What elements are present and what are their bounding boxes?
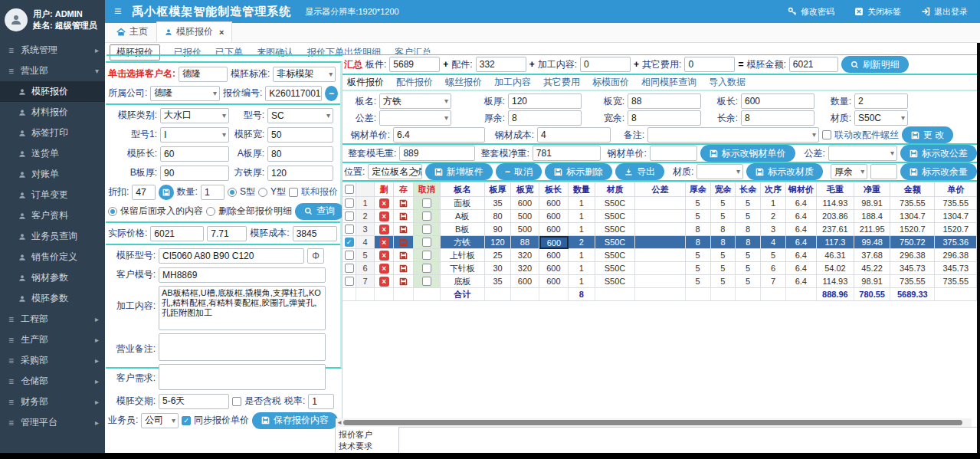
salesman-select[interactable]: 公司▾ — [141, 413, 179, 428]
page-tab-模胚报价[interactable]: 模胚报价 — [110, 44, 160, 61]
save-quote-button[interactable]: 保存报价内容 — [252, 412, 338, 429]
cell-t[interactable]: 5 — [686, 210, 711, 223]
cell-w[interactable]: 8 — [711, 236, 736, 249]
sidebar-item-管理平台[interactable]: ≡管理平台▸ — [0, 412, 105, 433]
sidebar-item-营业部[interactable]: ≡营业部▾ — [0, 61, 105, 81]
cell-thick[interactable]: 80 — [485, 210, 512, 223]
cell-w[interactable]: 5 — [711, 275, 736, 288]
detail-tab-加工内容[interactable]: 加工内容 — [494, 76, 531, 89]
cell-amount[interactable]: 1304.7 — [890, 210, 935, 223]
cell-seq[interactable]: 1 — [761, 197, 786, 210]
cell-seq[interactable]: 2 — [761, 210, 786, 223]
cell-gross[interactable]: 237.61 — [817, 223, 854, 236]
hamburger-icon[interactable]: ≡ — [114, 5, 121, 18]
delete-cell[interactable]: × — [375, 210, 395, 223]
allow-value-input[interactable] — [870, 164, 897, 179]
cell-t[interactable]: 8 — [686, 236, 711, 249]
cell-thick[interactable]: 30 — [485, 262, 512, 275]
sidebar-item-模胚报价[interactable]: 模胚报价 — [0, 81, 105, 102]
sidebar-item-客户资料[interactable]: 客户资料 — [0, 205, 105, 226]
cancel-cell[interactable] — [414, 223, 441, 236]
table-row[interactable]: 3×B板905006001S50C88836.4237.61211.951520… — [343, 223, 977, 236]
cell-amount[interactable]: 735.55 — [890, 275, 935, 288]
row-checkbox[interactable]: ✓ — [345, 238, 354, 247]
sidebar-item-材料报价[interactable]: 材料报价 — [0, 102, 105, 123]
save-cell[interactable] — [394, 197, 414, 210]
cell-t[interactable]: 5 — [686, 249, 711, 262]
window-tab-主页[interactable]: 主页 — [108, 21, 156, 42]
cell-num[interactable]: 1 — [356, 197, 375, 210]
cell-num[interactable]: 5 — [356, 249, 375, 262]
cell-length[interactable]: 600 — [539, 249, 569, 262]
cell-amount[interactable]: 296.38 — [890, 249, 935, 262]
sync-checkbox[interactable]: ✓ — [182, 416, 191, 425]
company-select[interactable]: 德隆▾ — [150, 86, 220, 101]
cell-unit[interactable]: 1304.7 — [935, 210, 977, 223]
price-rate-input[interactable]: 7.71 — [207, 226, 247, 241]
cancel-checkbox[interactable] — [422, 198, 431, 208]
table-row[interactable]: 2×A板805006001S50C55526.4203.86188.41304.… — [343, 210, 977, 223]
tol2-select[interactable]: ▾ — [828, 146, 897, 161]
steel-price2-input[interactable] — [650, 146, 697, 161]
model-select[interactable]: SC▾ — [267, 108, 333, 123]
cell-qty[interactable]: 2 — [569, 236, 595, 249]
sidebar-item-财务部[interactable]: ≡财务部▸ — [0, 392, 105, 412]
cell-length[interactable]: 600 — [539, 210, 569, 223]
delete-row-icon[interactable]: × — [379, 225, 389, 234]
customer-input[interactable]: 德隆 — [179, 67, 228, 82]
cell-width[interactable]: 500 — [511, 210, 539, 223]
query-button[interactable]: 查询 — [295, 203, 344, 220]
cancel-cell[interactable] — [414, 210, 441, 223]
cell-gross[interactable]: 54.02 — [817, 262, 854, 275]
cell-unit[interactable]: 345.73 — [935, 262, 977, 275]
material-select[interactable]: S50C▾ — [854, 110, 908, 126]
cancel-checkbox[interactable] — [422, 211, 431, 221]
cell-qty[interactable]: 1 — [569, 249, 595, 262]
tax-rate-input[interactable]: 1 — [308, 394, 334, 409]
sidebar-item-业务员查询[interactable]: 业务员查询 — [0, 226, 105, 247]
table-row[interactable]: ✓4×方铁120886002S50C88846.4117.399.48750.7… — [343, 236, 977, 249]
cell-material[interactable]: S50C — [595, 197, 636, 210]
sidebar-item-销售价定义[interactable]: 销售价定义 — [0, 247, 105, 267]
toolbar-material-select[interactable]: ▾ — [696, 164, 743, 179]
cell-t[interactable]: 5 — [686, 275, 711, 288]
cell-name[interactable]: 底板 — [441, 275, 485, 288]
cell-w[interactable]: 8 — [711, 223, 736, 236]
save-row-icon[interactable] — [399, 264, 408, 273]
row-select-cell[interactable] — [343, 210, 356, 223]
steel-cost-input[interactable]: 4 — [537, 127, 611, 143]
note-select[interactable]: ▾ — [647, 127, 819, 143]
plate-length-input[interactable]: 600 — [741, 93, 814, 109]
mark-material-button[interactable]: 标示改材质 — [746, 163, 823, 180]
cell-amount[interactable]: 735.55 — [890, 197, 935, 210]
cell-amount[interactable]: 750.72 — [890, 236, 935, 249]
cell-name[interactable]: 方铁 — [441, 236, 485, 249]
row-checkbox[interactable] — [345, 211, 354, 221]
table-row[interactable]: 7×底板356006001S50C55576.4114.9398.91735.5… — [343, 275, 977, 288]
biz-note-textarea[interactable] — [159, 333, 326, 361]
cell-num[interactable]: 4 — [356, 236, 375, 249]
cell-net[interactable]: 188.4 — [854, 210, 890, 223]
save-cell[interactable] — [394, 262, 414, 275]
cell-gross[interactable]: 114.93 — [817, 197, 854, 210]
table-row[interactable]: 5×上针板253206001S50C55556.446.3137.68296.3… — [343, 249, 977, 262]
cell-t[interactable]: 8 — [686, 223, 711, 236]
parts-sum-input[interactable]: 332 — [476, 57, 526, 72]
cell-price[interactable]: 6.4 — [786, 236, 817, 249]
row-select-cell[interactable] — [343, 262, 356, 275]
sidebar-item-送货单[interactable]: 送货单 — [0, 143, 105, 164]
collapse-button[interactable]: − — [325, 86, 338, 101]
mould-type-input[interactable]: CI5060 A80 B90 C120 — [159, 248, 304, 264]
cell-name[interactable]: A板 — [441, 210, 485, 223]
cell-seq[interactable]: 3 — [761, 223, 786, 236]
row-select-cell[interactable]: ✓ — [343, 236, 356, 249]
cell-length[interactable]: 600 — [539, 262, 569, 275]
customer-mould-input[interactable]: MH8869 — [159, 267, 326, 283]
delete-row-icon[interactable]: × — [379, 251, 389, 261]
detail-tab-配件报价[interactable]: 配件报价 — [396, 76, 433, 89]
topbar-action[interactable]: 退出登录 — [921, 6, 968, 18]
cell-seq[interactable]: 6 — [761, 262, 786, 275]
cell-thick[interactable]: 120 — [485, 236, 512, 249]
cost-input[interactable]: 3845 — [293, 226, 337, 241]
cell-width[interactable]: 88 — [511, 236, 539, 249]
